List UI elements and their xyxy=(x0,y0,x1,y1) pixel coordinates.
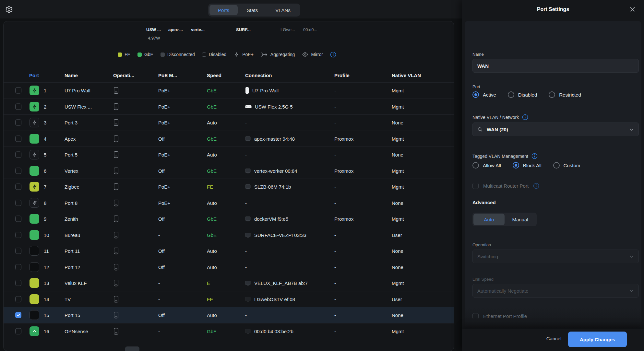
native-vlan-value: WAN (20) xyxy=(487,127,629,132)
operation-switch-icon xyxy=(113,311,119,319)
radio-button[interactable] xyxy=(508,91,514,98)
table-row-port-6[interactable]: 6VertexOffGbEvertex-worker 00:84ProxmoxM… xyxy=(4,163,454,179)
row-checkbox[interactable] xyxy=(15,168,21,174)
apply-changes-button[interactable]: Apply Changes xyxy=(568,332,627,347)
connected-device-label: verte... xyxy=(191,27,205,32)
tagged-vlan-radio-block-all[interactable]: Block All xyxy=(513,162,542,169)
row-checkbox[interactable] xyxy=(15,88,21,94)
table-row-port-11[interactable]: 11Port 11OffAuto--None xyxy=(4,243,454,259)
column-header-profile[interactable]: Profile xyxy=(334,73,350,78)
column-header-name[interactable]: Name xyxy=(65,73,78,78)
link-speed-label: Link Speed xyxy=(472,277,494,282)
native-vlan-select[interactable]: WAN (20) xyxy=(472,123,639,136)
close-icon[interactable] xyxy=(630,6,636,12)
radio-button[interactable] xyxy=(513,162,519,169)
row-checkbox[interactable] xyxy=(15,232,21,238)
operation-switch-icon xyxy=(113,279,119,287)
ethernet-profile-checkbox-row[interactable]: Ethernet Port Profile xyxy=(472,313,527,319)
column-header-poe-m[interactable]: PoE M... xyxy=(158,73,177,78)
name-input[interactable]: WAN xyxy=(472,59,639,73)
tab-vlans[interactable]: VLANs xyxy=(267,5,299,15)
row-checkbox[interactable] xyxy=(15,296,21,302)
row-checkbox[interactable] xyxy=(15,328,21,334)
row-checkbox[interactable] xyxy=(15,312,21,318)
operation-switch-icon xyxy=(113,231,119,239)
port-number: 14 xyxy=(44,297,49,302)
table-row-port-13[interactable]: 13Velux KLF-EVELUX_KLF_AB7B ab:7-Mgmt xyxy=(4,275,454,291)
advanced-mode-manual[interactable]: Manual xyxy=(505,214,536,225)
connected-device-label: SURF... xyxy=(236,27,251,32)
row-checkbox[interactable] xyxy=(15,120,21,126)
column-header-speed[interactable]: Speed xyxy=(207,73,221,78)
column-header-native-vlan[interactable]: Native VLAN xyxy=(392,73,421,78)
table-row-port-7[interactable]: 7ZigbeePoE+FESLZB-06M 74:1b-Mgmt xyxy=(4,179,454,195)
column-header-port[interactable]: Port xyxy=(29,73,39,78)
row-checkbox[interactable] xyxy=(15,216,21,222)
row-checkbox[interactable] xyxy=(15,264,21,270)
native-vlan-value: Mgmt xyxy=(392,184,404,190)
row-checkbox[interactable] xyxy=(15,104,21,110)
radio-button[interactable] xyxy=(472,162,479,169)
table-row-port-9[interactable]: 9ZenithOffGbEdockerVM f9:e5ProxmoxMgmt xyxy=(4,211,454,227)
radio-button[interactable] xyxy=(553,162,560,169)
multicast-info-icon[interactable] xyxy=(533,183,539,189)
poe-mode: PoE+ xyxy=(158,152,170,158)
multicast-router-checkbox-row[interactable]: Multicast Router Port xyxy=(472,183,539,189)
row-checkbox[interactable] xyxy=(15,184,21,190)
port-status-icon-gbe xyxy=(30,134,39,144)
profile-value: - xyxy=(334,152,336,158)
row-checkbox[interactable] xyxy=(15,136,21,142)
table-row-port-16[interactable]: 16OPNsense-GbE00:d0:b4:03:be:2b-Mgmt xyxy=(4,323,454,339)
legend-info-icon[interactable] xyxy=(330,52,336,58)
multicast-router-checkbox[interactable] xyxy=(472,183,479,189)
table-row-port-2[interactable]: 2USW Flex ...PoE+GbEUSW Flex 2.5G 5-Mgmt xyxy=(4,99,454,115)
port-status-icon-poe-fe xyxy=(30,182,39,192)
table-row-port-4[interactable]: 4ApexOffGbEapex-master 94:48ProxmoxMgmt xyxy=(4,131,454,147)
cancel-button[interactable]: Cancel xyxy=(542,336,566,341)
advanced-mode-auto[interactable]: Auto xyxy=(473,214,505,225)
port-state-radio-disabled[interactable]: Disabled xyxy=(508,91,537,98)
legend-label: Aggregating xyxy=(270,52,295,57)
native-vlan-value: None xyxy=(392,152,403,158)
tagged-vlan-info-icon[interactable] xyxy=(531,153,538,159)
table-row-port-10[interactable]: 10Bureau-GbESURFACE-VEZPI 03:33-User xyxy=(4,227,454,243)
table-row-port-14[interactable]: 14TV-FELGwebOSTV ef:08-User xyxy=(4,291,454,307)
pagination-button-partial[interactable] xyxy=(125,346,139,351)
tagged-vlan-radio-allow-all[interactable]: Allow All xyxy=(472,162,501,169)
connection-name: U7-Pro-Wall xyxy=(252,88,279,93)
table-row-port-3[interactable]: 3Port 3PoE+Auto--None xyxy=(4,114,454,131)
column-header-operati[interactable]: Operati... xyxy=(113,73,134,78)
radio-button[interactable] xyxy=(472,91,479,98)
column-header-connection[interactable]: Connection xyxy=(245,73,272,78)
radio-button[interactable] xyxy=(549,91,555,98)
client-device-icon xyxy=(245,232,251,238)
table-row-port-8[interactable]: 8Port 8PoE+Auto--None xyxy=(4,195,454,211)
connected-device-label: LGwe... xyxy=(280,27,295,32)
connection-name: SLZB-06M 74:1b xyxy=(254,184,291,190)
tagged-vlan-radio-custom[interactable]: Custom xyxy=(553,162,580,169)
table-row-port-15[interactable]: 15Port 15OffAuto--None xyxy=(4,307,454,323)
row-checkbox[interactable] xyxy=(15,248,21,254)
ethernet-profile-checkbox[interactable] xyxy=(472,313,479,319)
native-vlan-info-icon[interactable] xyxy=(522,114,528,120)
row-checkbox[interactable] xyxy=(15,280,21,286)
tab-stats[interactable]: Stats xyxy=(238,5,266,15)
port-number: 3 xyxy=(44,120,46,125)
tab-ports[interactable]: Ports xyxy=(209,5,238,15)
port-name: Port 5 xyxy=(65,152,78,158)
port-name: TV xyxy=(65,297,71,302)
row-checkbox[interactable] xyxy=(15,152,21,158)
table-row-port-5[interactable]: 5Port 5PoE+Auto--None xyxy=(4,146,454,163)
table-row-port-12[interactable]: 12Port 12OffAuto--None xyxy=(4,259,454,275)
speed-value: Auto xyxy=(207,264,217,270)
row-checkbox[interactable] xyxy=(15,200,21,206)
port-status-icon-gbe xyxy=(30,230,39,240)
port-name: Bureau xyxy=(65,232,80,238)
port-state-radio-restricted[interactable]: Restricted xyxy=(549,91,581,98)
table-row-port-1[interactable]: 1U7 Pro WallPoE+GbEU7-Pro-Wall-Mgmt xyxy=(4,82,454,99)
settings-gear-icon[interactable] xyxy=(5,6,13,13)
port-state-radio-active[interactable]: Active xyxy=(472,91,496,98)
native-vlan-value: None xyxy=(392,312,403,318)
port-number: 5 xyxy=(44,152,46,158)
port-number: 13 xyxy=(44,280,49,286)
